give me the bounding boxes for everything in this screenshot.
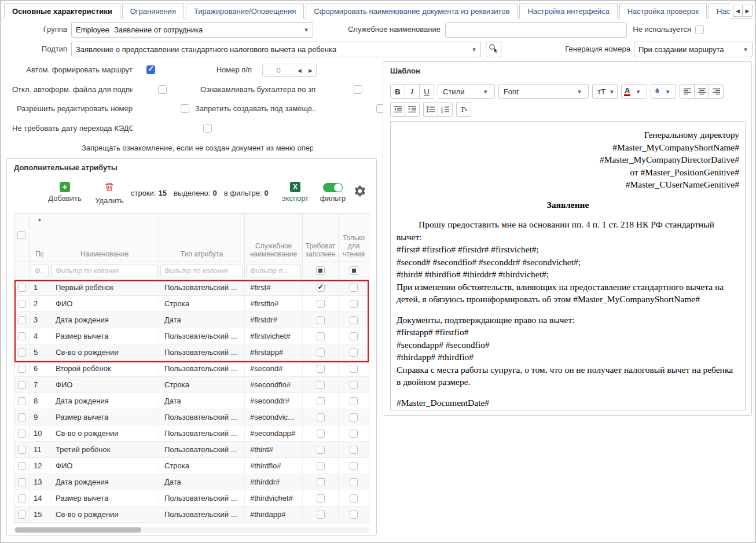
- horizontal-scrollbar[interactable]: [14, 527, 369, 533]
- row-select-checkbox[interactable]: [18, 430, 26, 438]
- required-checkbox[interactable]: [317, 381, 325, 389]
- sort-asc-icon[interactable]: ▲: [30, 217, 50, 222]
- table-row[interactable]: 14 Размер вычета Пользовательский ... #t…: [14, 490, 369, 507]
- row-select-checkbox[interactable]: [18, 397, 26, 405]
- tab[interactable]: Настройка проверок: [619, 3, 707, 19]
- row-select-checkbox[interactable]: [18, 300, 26, 308]
- table-row[interactable]: 3 Дата рождения Дата #firstdr#: [14, 312, 369, 328]
- table-row[interactable]: 1 Первый ребёнок Пользовательский ... #f…: [14, 280, 369, 296]
- filter-required-checkbox[interactable]: [316, 266, 325, 275]
- disable-autoform-checkbox[interactable]: [158, 85, 167, 94]
- filter-readonly-checkbox[interactable]: [350, 266, 358, 275]
- filter-input-name[interactable]: [52, 265, 157, 277]
- row-select-checkbox[interactable]: [18, 332, 26, 340]
- underline-button[interactable]: U: [419, 84, 434, 99]
- readonly-checkbox[interactable]: [350, 365, 358, 373]
- column-header-type[interactable]: Тип атрибута: [160, 250, 243, 258]
- add-button[interactable]: + Добавить: [43, 182, 87, 203]
- clear-formatting-button[interactable]: Тх: [456, 102, 471, 117]
- required-checkbox[interactable]: [317, 365, 325, 373]
- delete-button[interactable]: Удалить: [89, 182, 130, 205]
- notify-accountant-checkbox[interactable]: [354, 85, 362, 94]
- table-row[interactable]: 11 Третий ребёнок Пользовательский ... #…: [14, 442, 369, 458]
- row-select-checkbox[interactable]: [18, 494, 26, 502]
- font-select[interactable]: Font ▾: [498, 84, 589, 99]
- filter-input-type[interactable]: [160, 265, 243, 277]
- italic-button[interactable]: I: [405, 84, 420, 99]
- column-header-service[interactable]: Служебное наименование: [246, 242, 301, 258]
- allow-edit-number-checkbox[interactable]: [181, 104, 189, 113]
- table-row[interactable]: 13 Дата рождения Дата #thirddr#: [14, 474, 369, 490]
- readonly-checkbox[interactable]: [350, 446, 358, 454]
- required-checkbox[interactable]: [317, 316, 325, 324]
- required-checkbox[interactable]: [317, 332, 325, 340]
- table-row[interactable]: 5 Св-во о рождении Пользовательский ... …: [14, 344, 369, 361]
- column-header-num[interactable]: Пс: [31, 250, 49, 258]
- table-row[interactable]: 12 ФИО Строка #thirdfio#: [14, 458, 369, 474]
- row-select-checkbox[interactable]: [18, 365, 26, 373]
- required-checkbox[interactable]: [317, 348, 325, 357]
- column-header-readonly[interactable]: Только для чтения: [340, 234, 368, 258]
- readonly-checkbox[interactable]: [350, 300, 358, 308]
- column-header-required[interactable]: Требоват заполнен: [304, 242, 337, 258]
- no-kedo-date-checkbox[interactable]: [203, 124, 212, 133]
- bullet-list-button[interactable]: [423, 102, 438, 117]
- filter-input-service[interactable]: [246, 265, 301, 277]
- tabs-scroll-right-button[interactable]: ▶: [743, 5, 753, 17]
- filter-toggle[interactable]: фильтр: [317, 182, 349, 203]
- required-checkbox[interactable]: [317, 511, 325, 519]
- readonly-checkbox[interactable]: [350, 381, 358, 389]
- required-checkbox[interactable]: [317, 494, 325, 502]
- table-row[interactable]: 6 Второй ребёнок Пользовательский ... #s…: [14, 361, 369, 377]
- toggle-on-icon[interactable]: [323, 183, 343, 192]
- required-checkbox[interactable]: [317, 446, 325, 454]
- readonly-checkbox[interactable]: [350, 494, 358, 502]
- template-editor[interactable]: Генеральному директору #Master_MyCompany…: [390, 121, 746, 410]
- font-color-button[interactable]: A ▾: [621, 84, 648, 99]
- readonly-checkbox[interactable]: [350, 332, 358, 340]
- group-select[interactable]: Employee! Заявление от сотрудника ▾: [71, 22, 313, 38]
- tab[interactable]: Сформировать наименование документа из р…: [306, 3, 518, 19]
- row-select-checkbox[interactable]: [18, 446, 26, 454]
- align-right-button[interactable]: [709, 84, 724, 99]
- tabs-scroll-left-button[interactable]: ◀: [733, 5, 743, 17]
- tab[interactable]: Тиражирование/Оповещения: [186, 3, 304, 19]
- table-row[interactable]: 7 ФИО Строка #secondfio#: [14, 377, 369, 393]
- number-generation-select[interactable]: При создании маршрута ▾: [634, 42, 753, 57]
- row-select-checkbox[interactable]: [18, 413, 26, 421]
- row-select-checkbox[interactable]: [18, 478, 26, 486]
- align-center-button[interactable]: [694, 84, 709, 99]
- readonly-checkbox[interactable]: [350, 511, 358, 519]
- subtype-select[interactable]: Заявление о предоставлении стандартного …: [71, 42, 481, 57]
- table-row[interactable]: 8 Дата рождения Дата #seconddr#: [14, 393, 369, 409]
- row-select-checkbox[interactable]: [18, 381, 26, 389]
- table-row[interactable]: 4 Размер вычета Пользовательский ... #fi…: [14, 328, 369, 344]
- tab[interactable]: Настройка интерфейса: [519, 3, 617, 19]
- required-checkbox[interactable]: [317, 462, 325, 470]
- spinner-increment-button[interactable]: ▶: [305, 68, 316, 74]
- required-checkbox[interactable]: [317, 413, 325, 421]
- table-row[interactable]: 10 Св-во о рождении Пользовательский ...…: [14, 425, 369, 442]
- readonly-checkbox[interactable]: [350, 413, 358, 421]
- table-row[interactable]: 15 Св-во о рождении Пользовательский ...…: [14, 507, 369, 523]
- readonly-checkbox[interactable]: [350, 478, 358, 486]
- numbered-list-button[interactable]: 123: [438, 102, 453, 117]
- readonly-checkbox[interactable]: [350, 284, 358, 292]
- tab[interactable]: Основные характеристики: [4, 3, 120, 19]
- row-select-checkbox[interactable]: [18, 511, 26, 519]
- subtype-picker-button[interactable]: [486, 42, 501, 57]
- table-row[interactable]: 9 Размер вычета Пользовательский ... #se…: [14, 409, 369, 425]
- row-select-checkbox[interactable]: [18, 316, 26, 324]
- indent-button[interactable]: [405, 102, 420, 117]
- align-left-button[interactable]: [680, 84, 695, 99]
- service-name-input[interactable]: [445, 22, 627, 38]
- spinner-decrement-button[interactable]: ◀: [294, 68, 305, 74]
- row-select-checkbox[interactable]: [18, 348, 26, 357]
- filter-input-num[interactable]: [31, 265, 49, 277]
- outdent-button[interactable]: [390, 102, 405, 117]
- settings-button[interactable]: [354, 185, 366, 200]
- bold-button[interactable]: B: [390, 84, 405, 99]
- highlight-color-button[interactable]: ▾: [651, 84, 676, 99]
- readonly-checkbox[interactable]: [350, 348, 358, 357]
- styles-select[interactable]: Стили ▾: [438, 84, 495, 99]
